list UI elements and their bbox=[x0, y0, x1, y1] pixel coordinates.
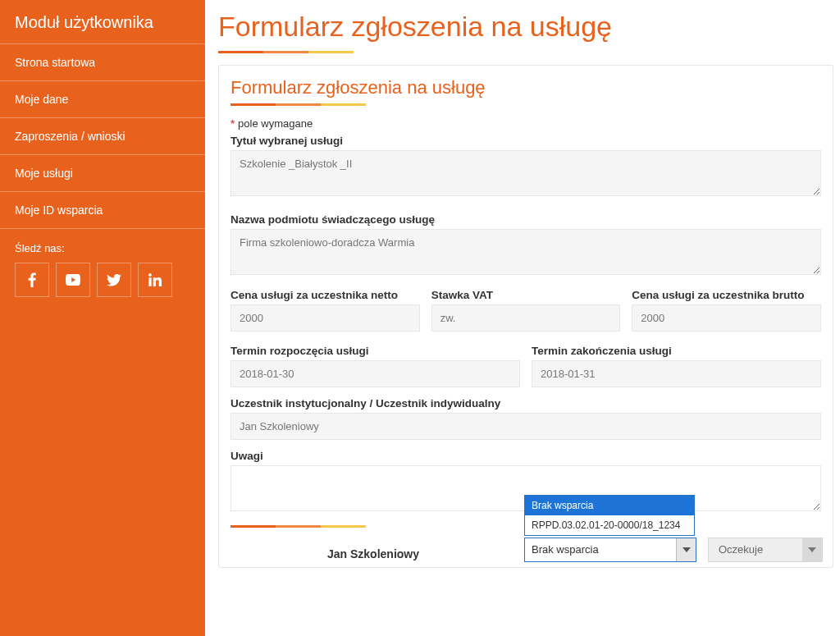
sidebar-item-invites[interactable]: Zaproszenia / wnioski bbox=[0, 118, 205, 155]
input-price-net[interactable] bbox=[231, 304, 420, 332]
support-dropdown-value: Brak wsparcia bbox=[525, 538, 676, 561]
support-option-selected[interactable]: Brak wsparcia bbox=[525, 496, 694, 515]
status-value: Oczekuje bbox=[709, 538, 802, 561]
youtube-icon[interactable] bbox=[56, 263, 90, 297]
label-participant-type: Uczestnik instytucjonalny / Uczestnik in… bbox=[231, 397, 821, 410]
label-service-title: Tytuł wybranej usługi bbox=[231, 135, 821, 147]
support-dropdown-select[interactable]: Brak wsparcia bbox=[524, 538, 696, 562]
facebook-icon[interactable] bbox=[15, 263, 49, 297]
form-card: Formularz zgłoszenia na usługę *pole wym… bbox=[218, 65, 833, 568]
input-service-title[interactable]: Szkolenie _Białystok _II bbox=[231, 150, 821, 196]
required-note: *pole wymagane bbox=[231, 117, 821, 130]
label-vat-rate: Stawka VAT bbox=[431, 289, 621, 301]
sidebar-item-supportid[interactable]: Moje ID wsparcia bbox=[0, 192, 205, 229]
participant-name: Jan Szkoleniowy bbox=[234, 539, 513, 561]
linkedin-icon[interactable] bbox=[138, 263, 172, 297]
sidebar: Moduł użytkownika Strona startowa Moje d… bbox=[0, 0, 205, 636]
main: Formularz zgłoszenia na usługę Formularz… bbox=[205, 0, 840, 636]
chevron-down-icon[interactable] bbox=[802, 538, 822, 561]
social-row bbox=[0, 263, 205, 297]
input-vat-rate[interactable] bbox=[431, 304, 621, 332]
follow-label: Śledź nas: bbox=[0, 229, 205, 263]
sidebar-item-services[interactable]: Moje usługi bbox=[0, 155, 205, 192]
accent-separator bbox=[218, 51, 833, 53]
label-remarks: Uwagi bbox=[231, 450, 821, 462]
input-price-gross[interactable] bbox=[632, 304, 821, 332]
page-title: Formularz zgłoszenia na usługę bbox=[218, 11, 833, 43]
input-provider-name[interactable]: Firma szkoleniowo-doradcza Warmia bbox=[231, 229, 821, 275]
label-price-net: Cena usługi za uczestnika netto bbox=[231, 289, 420, 301]
support-dropdown[interactable]: Brak wsparcia RPPD.03.02.01-20-0000/18_1… bbox=[524, 538, 696, 562]
support-dropdown-popup: Brak wsparcia RPPD.03.02.01-20-0000/18_1… bbox=[524, 495, 695, 536]
input-end-date[interactable] bbox=[532, 360, 821, 387]
sidebar-item-mydata[interactable]: Moje dane bbox=[0, 81, 205, 118]
required-note-text: pole wymagane bbox=[238, 117, 313, 130]
sidebar-title: Moduł użytkownika bbox=[0, 0, 205, 44]
label-price-gross: Cena usługi za uczestnika brutto bbox=[632, 289, 821, 301]
label-start-date: Termin rozpoczęcia usługi bbox=[231, 345, 520, 357]
label-end-date: Termin zakończenia usługi bbox=[532, 345, 821, 357]
chevron-down-icon[interactable] bbox=[676, 538, 696, 561]
label-provider-name: Nazwa podmiotu świadczącego usługę bbox=[231, 213, 821, 226]
twitter-icon[interactable] bbox=[97, 263, 131, 297]
input-start-date[interactable] bbox=[231, 360, 520, 387]
input-participant-type[interactable] bbox=[231, 413, 821, 440]
status-select[interactable]: Oczekuje bbox=[708, 538, 823, 562]
participant-row: Jan Szkoleniowy Brak wsparcia RPPD.03.02… bbox=[231, 538, 821, 562]
support-option[interactable]: RPPD.03.02.01-20-0000/18_1234 bbox=[525, 515, 694, 535]
accent-separator-small bbox=[231, 103, 821, 106]
sidebar-item-home[interactable]: Strona startowa bbox=[0, 44, 205, 81]
form-card-title: Formularz zgłoszenia na usługę bbox=[231, 77, 821, 98]
